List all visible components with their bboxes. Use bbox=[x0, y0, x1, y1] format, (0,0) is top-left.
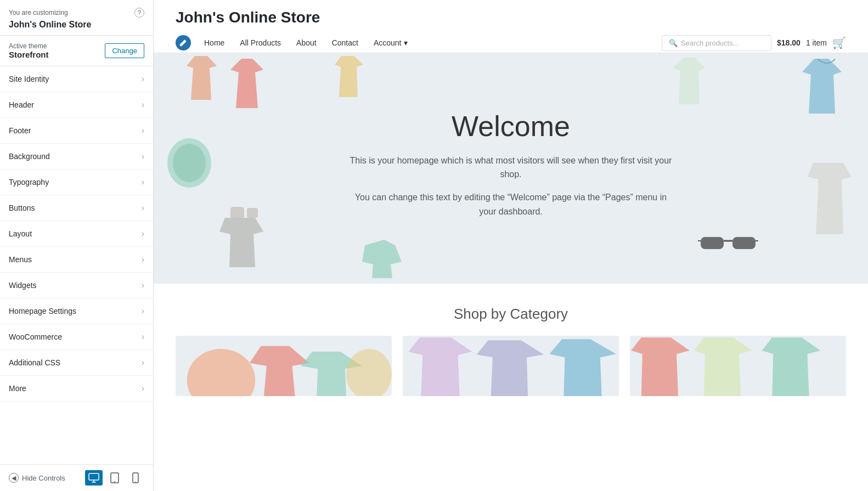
chevron-right-icon: › bbox=[142, 306, 144, 316]
menu-item-additional-css[interactable]: Additional CSS› bbox=[0, 350, 153, 376]
nav-home[interactable]: Home bbox=[196, 33, 232, 53]
view-controls bbox=[85, 470, 144, 486]
cart-icon[interactable]: 🛒 bbox=[832, 36, 846, 49]
nav-account[interactable]: Account ▾ bbox=[366, 33, 415, 53]
menu-item-background[interactable]: Background› bbox=[0, 144, 153, 170]
menu-item-woocommerce[interactable]: WooCommerce› bbox=[0, 324, 153, 350]
menu-item-typography[interactable]: Typography› bbox=[0, 170, 153, 195]
svg-point-2 bbox=[114, 481, 115, 482]
hero-content: Welcome This is your homepage which is w… bbox=[346, 110, 675, 227]
chevron-right-icon: › bbox=[142, 229, 144, 239]
menu-item-label: Additional CSS bbox=[9, 358, 60, 367]
search-icon: 🔍 bbox=[669, 39, 678, 47]
nav-about[interactable]: About bbox=[289, 33, 324, 53]
cloth-bottom-center bbox=[362, 234, 412, 278]
menu-item-label: Typography bbox=[9, 178, 49, 187]
cloth-top-right-2 bbox=[802, 59, 852, 114]
change-theme-button[interactable]: Change bbox=[105, 43, 144, 58]
active-theme-section: Active theme Storefront Change bbox=[0, 36, 153, 66]
cloth-top-right-1 bbox=[673, 58, 714, 104]
panel-footer: ◀ Hide Controls bbox=[0, 464, 153, 491]
svg-point-6 bbox=[173, 144, 206, 182]
menu-item-layout[interactable]: Layout› bbox=[0, 221, 153, 247]
hide-controls-button[interactable]: ◀ Hide Controls bbox=[9, 473, 65, 483]
cloth-sunglasses bbox=[698, 229, 758, 256]
chevron-right-icon: › bbox=[142, 177, 144, 187]
shop-section-title: Shop by Category bbox=[176, 306, 846, 323]
hide-controls-label: Hide Controls bbox=[22, 474, 65, 482]
menu-item-label: Header bbox=[9, 100, 34, 109]
hero-text-1: This is your homepage which is what most… bbox=[346, 154, 675, 182]
menu-item-header[interactable]: Header› bbox=[0, 92, 153, 118]
chevron-right-icon: › bbox=[142, 358, 144, 368]
chevron-right-icon: › bbox=[142, 100, 144, 110]
cart-area: 🔍 Search products... $18.00 1 item 🛒 bbox=[662, 35, 846, 51]
cloth-bottom-left bbox=[219, 207, 274, 267]
edit-nav-pencil[interactable] bbox=[176, 35, 191, 50]
svg-point-15 bbox=[346, 349, 392, 396]
svg-point-4 bbox=[135, 481, 136, 482]
menu-item-menus[interactable]: Menus› bbox=[0, 247, 153, 273]
nav-contact[interactable]: Contact bbox=[324, 33, 366, 53]
svg-point-14 bbox=[187, 349, 255, 396]
cloth-top-center bbox=[335, 56, 370, 97]
hero-text-2: You can change this text by editing the … bbox=[346, 190, 675, 218]
menu-item-homepage-settings[interactable]: Homepage Settings› bbox=[0, 298, 153, 324]
tablet-view-button[interactable] bbox=[106, 470, 123, 486]
nav-links: Home All Products About Contact Account … bbox=[176, 33, 415, 53]
cloth-right-mid bbox=[808, 163, 863, 234]
menu-item-label: Site Identity bbox=[9, 75, 49, 83]
store-header: John's Online Store Home All Products Ab… bbox=[154, 0, 868, 53]
panel-store-name: John's Online Store bbox=[9, 20, 144, 30]
category-card-1[interactable] bbox=[176, 336, 392, 396]
preview-panel: John's Online Store Home All Products Ab… bbox=[154, 0, 868, 491]
customizer-panel: You are customizing ? John's Online Stor… bbox=[0, 0, 154, 491]
category-card-2[interactable] bbox=[403, 336, 619, 396]
mobile-view-button[interactable] bbox=[127, 470, 144, 486]
panel-header: You are customizing ? John's Online Stor… bbox=[0, 0, 153, 36]
cloth-top-left-2 bbox=[187, 56, 225, 100]
help-icon[interactable]: ? bbox=[134, 8, 144, 18]
theme-info: Active theme Storefront bbox=[9, 42, 49, 59]
svg-rect-8 bbox=[247, 208, 258, 218]
search-box[interactable]: 🔍 Search products... bbox=[662, 35, 771, 51]
menu-item-buttons[interactable]: Buttons› bbox=[0, 195, 153, 221]
chevron-right-icon: › bbox=[142, 151, 144, 161]
theme-name: Storefront bbox=[9, 50, 49, 59]
svg-rect-0 bbox=[89, 473, 99, 480]
menu-item-label: Footer bbox=[9, 126, 31, 135]
chevron-right-icon: › bbox=[142, 74, 144, 84]
account-dropdown-arrow: ▾ bbox=[404, 38, 408, 47]
menu-item-footer[interactable]: Footer› bbox=[0, 118, 153, 144]
menu-item-widgets[interactable]: Widgets› bbox=[0, 273, 153, 298]
cloth-top-left-1 bbox=[230, 59, 274, 108]
svg-rect-9 bbox=[701, 237, 724, 249]
active-theme-label: Active theme bbox=[9, 42, 49, 50]
menu-item-more[interactable]: More› bbox=[0, 376, 153, 402]
menu-item-label: Widgets bbox=[9, 281, 37, 290]
nav-all-products[interactable]: All Products bbox=[232, 33, 289, 53]
menu-item-label: Layout bbox=[9, 229, 32, 238]
shop-section: Shop by Category bbox=[154, 284, 868, 407]
cart-item-count: 1 item bbox=[806, 38, 827, 47]
preview-store-title: John's Online Store bbox=[176, 9, 846, 26]
menu-item-site-identity[interactable]: Site Identity› bbox=[0, 66, 153, 92]
hide-controls-arrow: ◀ bbox=[9, 473, 19, 483]
customizing-label: You are customizing bbox=[9, 9, 68, 16]
chevron-right-icon: › bbox=[142, 126, 144, 136]
svg-point-5 bbox=[167, 138, 211, 188]
svg-rect-7 bbox=[230, 207, 244, 219]
search-placeholder: Search products... bbox=[681, 39, 739, 47]
menu-item-label: WooCommerce bbox=[9, 332, 62, 341]
desktop-view-button[interactable] bbox=[85, 470, 103, 486]
store-nav: Home All Products About Contact Account … bbox=[176, 33, 846, 53]
hero-section: Welcome This is your homepage which is w… bbox=[154, 53, 868, 284]
chevron-right-icon: › bbox=[142, 255, 144, 264]
cloth-left-mid bbox=[165, 136, 214, 190]
category-card-3[interactable] bbox=[630, 336, 846, 396]
chevron-right-icon: › bbox=[142, 203, 144, 213]
chevron-right-icon: › bbox=[142, 383, 144, 393]
menu-item-label: Homepage Settings bbox=[9, 307, 76, 315]
hero-title: Welcome bbox=[346, 110, 675, 143]
menu-item-label: Buttons bbox=[9, 204, 35, 212]
